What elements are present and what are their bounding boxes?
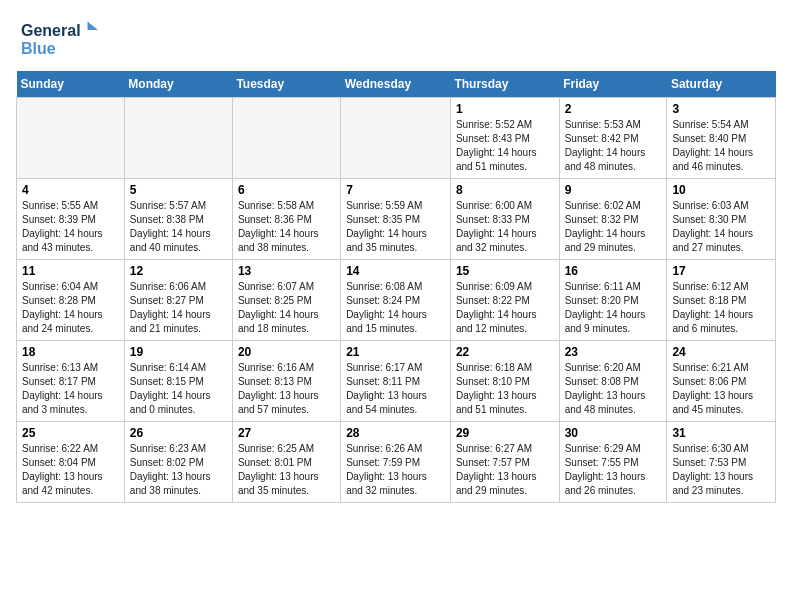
calendar-table: SundayMondayTuesdayWednesdayThursdayFrid… <box>16 71 776 503</box>
day-info: Sunrise: 6:25 AM Sunset: 8:01 PM Dayligh… <box>238 442 335 498</box>
day-info: Sunrise: 5:53 AM Sunset: 8:42 PM Dayligh… <box>565 118 662 174</box>
calendar-cell: 28Sunrise: 6:26 AM Sunset: 7:59 PM Dayli… <box>341 422 451 503</box>
day-number: 8 <box>456 183 554 197</box>
header-cell-thursday: Thursday <box>450 71 559 98</box>
logo: General Blue <box>16 16 106 61</box>
calendar-cell <box>17 98 125 179</box>
day-info: Sunrise: 6:04 AM Sunset: 8:28 PM Dayligh… <box>22 280 119 336</box>
week-row-3: 11Sunrise: 6:04 AM Sunset: 8:28 PM Dayli… <box>17 260 776 341</box>
calendar-cell: 31Sunrise: 6:30 AM Sunset: 7:53 PM Dayli… <box>667 422 776 503</box>
day-number: 3 <box>672 102 770 116</box>
day-number: 20 <box>238 345 335 359</box>
day-info: Sunrise: 5:58 AM Sunset: 8:36 PM Dayligh… <box>238 199 335 255</box>
calendar-cell: 12Sunrise: 6:06 AM Sunset: 8:27 PM Dayli… <box>124 260 232 341</box>
day-number: 19 <box>130 345 227 359</box>
header-cell-monday: Monday <box>124 71 232 98</box>
day-info: Sunrise: 6:13 AM Sunset: 8:17 PM Dayligh… <box>22 361 119 417</box>
calendar-cell: 30Sunrise: 6:29 AM Sunset: 7:55 PM Dayli… <box>559 422 667 503</box>
day-number: 9 <box>565 183 662 197</box>
day-info: Sunrise: 6:29 AM Sunset: 7:55 PM Dayligh… <box>565 442 662 498</box>
day-number: 11 <box>22 264 119 278</box>
calendar-cell: 26Sunrise: 6:23 AM Sunset: 8:02 PM Dayli… <box>124 422 232 503</box>
day-number: 1 <box>456 102 554 116</box>
day-number: 25 <box>22 426 119 440</box>
header-cell-friday: Friday <box>559 71 667 98</box>
day-number: 30 <box>565 426 662 440</box>
calendar-cell: 16Sunrise: 6:11 AM Sunset: 8:20 PM Dayli… <box>559 260 667 341</box>
calendar-cell: 11Sunrise: 6:04 AM Sunset: 8:28 PM Dayli… <box>17 260 125 341</box>
day-number: 22 <box>456 345 554 359</box>
calendar-cell: 7Sunrise: 5:59 AM Sunset: 8:35 PM Daylig… <box>341 179 451 260</box>
day-info: Sunrise: 6:30 AM Sunset: 7:53 PM Dayligh… <box>672 442 770 498</box>
logo-svg: General Blue <box>16 16 106 61</box>
day-number: 6 <box>238 183 335 197</box>
day-number: 27 <box>238 426 335 440</box>
day-info: Sunrise: 6:16 AM Sunset: 8:13 PM Dayligh… <box>238 361 335 417</box>
day-info: Sunrise: 6:20 AM Sunset: 8:08 PM Dayligh… <box>565 361 662 417</box>
calendar-cell: 23Sunrise: 6:20 AM Sunset: 8:08 PM Dayli… <box>559 341 667 422</box>
day-info: Sunrise: 6:26 AM Sunset: 7:59 PM Dayligh… <box>346 442 445 498</box>
calendar-cell: 27Sunrise: 6:25 AM Sunset: 8:01 PM Dayli… <box>232 422 340 503</box>
day-number: 31 <box>672 426 770 440</box>
day-info: Sunrise: 6:18 AM Sunset: 8:10 PM Dayligh… <box>456 361 554 417</box>
svg-text:Blue: Blue <box>21 40 56 57</box>
day-info: Sunrise: 6:12 AM Sunset: 8:18 PM Dayligh… <box>672 280 770 336</box>
calendar-cell: 9Sunrise: 6:02 AM Sunset: 8:32 PM Daylig… <box>559 179 667 260</box>
calendar-cell: 25Sunrise: 6:22 AM Sunset: 8:04 PM Dayli… <box>17 422 125 503</box>
day-info: Sunrise: 6:17 AM Sunset: 8:11 PM Dayligh… <box>346 361 445 417</box>
day-info: Sunrise: 6:03 AM Sunset: 8:30 PM Dayligh… <box>672 199 770 255</box>
day-number: 24 <box>672 345 770 359</box>
calendar-cell <box>124 98 232 179</box>
day-info: Sunrise: 6:00 AM Sunset: 8:33 PM Dayligh… <box>456 199 554 255</box>
day-number: 13 <box>238 264 335 278</box>
calendar-cell: 3Sunrise: 5:54 AM Sunset: 8:40 PM Daylig… <box>667 98 776 179</box>
svg-text:General: General <box>21 22 81 39</box>
day-info: Sunrise: 6:08 AM Sunset: 8:24 PM Dayligh… <box>346 280 445 336</box>
day-number: 28 <box>346 426 445 440</box>
calendar-cell: 15Sunrise: 6:09 AM Sunset: 8:22 PM Dayli… <box>450 260 559 341</box>
day-number: 18 <box>22 345 119 359</box>
calendar-cell: 19Sunrise: 6:14 AM Sunset: 8:15 PM Dayli… <box>124 341 232 422</box>
calendar-cell: 13Sunrise: 6:07 AM Sunset: 8:25 PM Dayli… <box>232 260 340 341</box>
day-info: Sunrise: 5:54 AM Sunset: 8:40 PM Dayligh… <box>672 118 770 174</box>
day-number: 7 <box>346 183 445 197</box>
calendar-cell: 2Sunrise: 5:53 AM Sunset: 8:42 PM Daylig… <box>559 98 667 179</box>
day-number: 23 <box>565 345 662 359</box>
calendar-cell: 17Sunrise: 6:12 AM Sunset: 8:18 PM Dayli… <box>667 260 776 341</box>
header-cell-tuesday: Tuesday <box>232 71 340 98</box>
day-number: 10 <box>672 183 770 197</box>
header-cell-wednesday: Wednesday <box>341 71 451 98</box>
day-number: 16 <box>565 264 662 278</box>
day-info: Sunrise: 6:06 AM Sunset: 8:27 PM Dayligh… <box>130 280 227 336</box>
calendar-cell <box>232 98 340 179</box>
calendar-cell: 18Sunrise: 6:13 AM Sunset: 8:17 PM Dayli… <box>17 341 125 422</box>
day-info: Sunrise: 6:14 AM Sunset: 8:15 PM Dayligh… <box>130 361 227 417</box>
day-number: 26 <box>130 426 227 440</box>
calendar-cell: 22Sunrise: 6:18 AM Sunset: 8:10 PM Dayli… <box>450 341 559 422</box>
day-number: 29 <box>456 426 554 440</box>
day-info: Sunrise: 6:02 AM Sunset: 8:32 PM Dayligh… <box>565 199 662 255</box>
calendar-cell: 10Sunrise: 6:03 AM Sunset: 8:30 PM Dayli… <box>667 179 776 260</box>
day-info: Sunrise: 5:59 AM Sunset: 8:35 PM Dayligh… <box>346 199 445 255</box>
calendar-cell <box>341 98 451 179</box>
calendar-cell: 8Sunrise: 6:00 AM Sunset: 8:33 PM Daylig… <box>450 179 559 260</box>
calendar-cell: 6Sunrise: 5:58 AM Sunset: 8:36 PM Daylig… <box>232 179 340 260</box>
day-info: Sunrise: 5:52 AM Sunset: 8:43 PM Dayligh… <box>456 118 554 174</box>
day-info: Sunrise: 6:09 AM Sunset: 8:22 PM Dayligh… <box>456 280 554 336</box>
day-number: 2 <box>565 102 662 116</box>
calendar-cell: 4Sunrise: 5:55 AM Sunset: 8:39 PM Daylig… <box>17 179 125 260</box>
calendar-cell: 21Sunrise: 6:17 AM Sunset: 8:11 PM Dayli… <box>341 341 451 422</box>
header-row: SundayMondayTuesdayWednesdayThursdayFrid… <box>17 71 776 98</box>
day-info: Sunrise: 6:27 AM Sunset: 7:57 PM Dayligh… <box>456 442 554 498</box>
week-row-4: 18Sunrise: 6:13 AM Sunset: 8:17 PM Dayli… <box>17 341 776 422</box>
day-info: Sunrise: 5:57 AM Sunset: 8:38 PM Dayligh… <box>130 199 227 255</box>
header-cell-sunday: Sunday <box>17 71 125 98</box>
calendar-cell: 20Sunrise: 6:16 AM Sunset: 8:13 PM Dayli… <box>232 341 340 422</box>
day-info: Sunrise: 6:23 AM Sunset: 8:02 PM Dayligh… <box>130 442 227 498</box>
calendar-cell: 29Sunrise: 6:27 AM Sunset: 7:57 PM Dayli… <box>450 422 559 503</box>
day-number: 4 <box>22 183 119 197</box>
calendar-cell: 14Sunrise: 6:08 AM Sunset: 8:24 PM Dayli… <box>341 260 451 341</box>
calendar-cell: 5Sunrise: 5:57 AM Sunset: 8:38 PM Daylig… <box>124 179 232 260</box>
day-number: 14 <box>346 264 445 278</box>
week-row-1: 1Sunrise: 5:52 AM Sunset: 8:43 PM Daylig… <box>17 98 776 179</box>
